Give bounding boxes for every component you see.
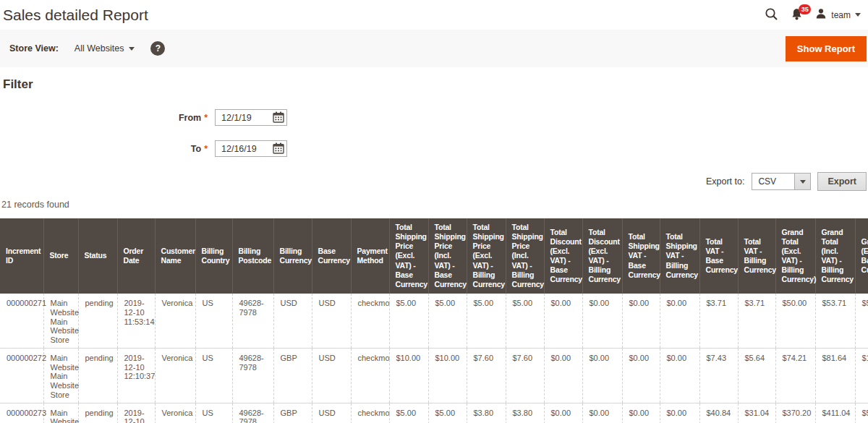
table-cell: $3.71: [738, 294, 775, 348]
calendar-icon: [273, 145, 284, 156]
column-header: Total Shipping VAT - Billing Currency: [660, 218, 699, 294]
table-cell: USD: [273, 294, 312, 348]
required-asterisk: *: [204, 113, 208, 123]
table-cell: $5.00: [428, 294, 467, 348]
table-row: 000000273Main Website Main Website Store…: [0, 403, 868, 423]
column-header: Customer Name: [155, 218, 195, 294]
store-view-dropdown[interactable]: All Websites: [75, 43, 135, 54]
search-button[interactable]: [765, 7, 778, 23]
table-cell: $5.00: [428, 403, 467, 423]
chevron-down-icon: [129, 47, 135, 51]
column-header: Total Shipping Price (Excl. VAT) - Base …: [389, 218, 428, 294]
table-cell: 49628-7978: [232, 403, 273, 423]
table-cell: checkmo: [351, 403, 389, 423]
table-cell: Veronica: [155, 348, 195, 403]
table-cell: US: [195, 403, 232, 423]
column-header: Order Date: [117, 218, 155, 294]
table-cell: $5.00: [389, 403, 428, 423]
search-icon: [765, 7, 778, 23]
table-cell: USD: [312, 403, 351, 423]
table-cell: 2019-12-10 13:20:58: [117, 403, 155, 423]
notifications-button[interactable]: 35: [791, 8, 803, 22]
table-cell: $5.00: [506, 294, 544, 348]
table-cell: $3.80: [467, 403, 506, 423]
table-cell: 000000272: [0, 348, 43, 403]
store-view-selected: All Websites: [75, 43, 124, 54]
column-header: Total Shipping Price (Incl. VAT) - Billi…: [506, 218, 544, 294]
table-cell: $370.20: [775, 403, 815, 423]
table-row: 000000271Main Website Main Website Store…: [0, 294, 868, 348]
report-table: Increment IDStoreStatusOrder DateCustome…: [0, 218, 868, 423]
table-cell: US: [195, 348, 232, 403]
column-header: Billing Currency: [273, 218, 312, 294]
column-header: Grand Total (Incl. VAT) - Billing Curren…: [815, 218, 855, 294]
column-header: Total Shipping Price (Incl. VAT) - Base …: [428, 218, 467, 294]
table-cell: 000000271: [0, 294, 43, 348]
table-cell: $50.00: [775, 294, 815, 348]
table-cell: $0.00: [582, 294, 622, 348]
table-cell: 2019-12-10 11:53:14: [117, 294, 155, 348]
filter-form: From* To*: [0, 109, 868, 157]
table-cell: $53.71: [815, 294, 855, 348]
table-cell: US: [195, 294, 232, 348]
calendar-icon: [273, 114, 284, 125]
page-title: Sales detailed Report: [3, 7, 148, 24]
table-cell: $0.00: [544, 348, 582, 403]
user-name: team: [831, 10, 851, 20]
table-cell: checkmo: [351, 294, 389, 348]
table-cell: $0.00: [582, 348, 622, 403]
show-report-button[interactable]: Show Report: [786, 36, 867, 61]
table-cell: $10: [855, 348, 868, 403]
to-calendar-button[interactable]: [273, 142, 284, 156]
table-cell: 000000273: [0, 403, 43, 423]
column-header: Status: [78, 218, 117, 294]
table-cell: 2019-12-10 12:10:37: [117, 348, 155, 403]
table-cell: Veronica: [155, 403, 195, 423]
table-cell: $0.00: [622, 348, 660, 403]
table-cell: $5.00: [467, 294, 506, 348]
table-cell: $31.04: [738, 403, 775, 423]
table-cell: checkmo: [351, 348, 389, 403]
from-calendar-button[interactable]: [273, 111, 284, 125]
top-header: Sales detailed Report 35 team: [0, 0, 868, 30]
column-header: Total VAT - Base Currency: [699, 218, 738, 294]
table-cell: $40.84: [699, 403, 738, 423]
from-date-row: From*: [0, 109, 868, 126]
table-cell: $7.60: [506, 348, 544, 403]
from-label: From*: [0, 113, 208, 123]
table-cell: $10.00: [389, 348, 428, 403]
column-header: Grand Total (Excl. VAT) - Billing Curren…: [775, 218, 815, 294]
help-button[interactable]: ?: [150, 41, 165, 56]
table-cell: $0.00: [622, 403, 660, 423]
table-cell: USD: [312, 294, 351, 348]
table-cell: $3.71: [699, 294, 738, 348]
table-cell: $81.64: [815, 348, 855, 403]
column-header: Total Shipping VAT - Base Currency: [622, 218, 660, 294]
table-cell: pending: [78, 403, 117, 423]
export-button[interactable]: Export: [817, 172, 867, 191]
export-format-select[interactable]: CSV: [752, 173, 811, 190]
column-header: Billing Postcode: [232, 218, 273, 294]
export-to-label: Export to:: [706, 176, 745, 187]
table-cell: $411.04: [815, 403, 855, 423]
header-actions: 35 team: [765, 7, 861, 23]
user-menu[interactable]: team: [815, 8, 861, 22]
column-header: Increment ID: [0, 218, 43, 294]
report-table-container: Increment IDStoreStatusOrder DateCustome…: [0, 218, 868, 423]
table-cell: $3.80: [506, 403, 544, 423]
table-cell: $0.00: [660, 294, 699, 348]
to-date-row: To*: [0, 140, 868, 157]
table-cell: $7.60: [467, 348, 506, 403]
table-cell: 49628-7978: [232, 348, 273, 403]
table-cell: $5.00: [389, 294, 428, 348]
table-cell: $0.00: [660, 403, 699, 423]
user-icon: [815, 8, 827, 22]
table-cell: USD: [312, 348, 351, 403]
table-cell: $0.00: [544, 294, 582, 348]
table-cell: $10.00: [428, 348, 467, 403]
export-format-arrow-button[interactable]: [795, 173, 811, 190]
export-format-value: CSV: [752, 173, 795, 190]
table-cell: Main Website Main Website Store: [43, 403, 78, 423]
table-cell: pending: [78, 348, 117, 403]
column-header: Store: [43, 218, 78, 294]
